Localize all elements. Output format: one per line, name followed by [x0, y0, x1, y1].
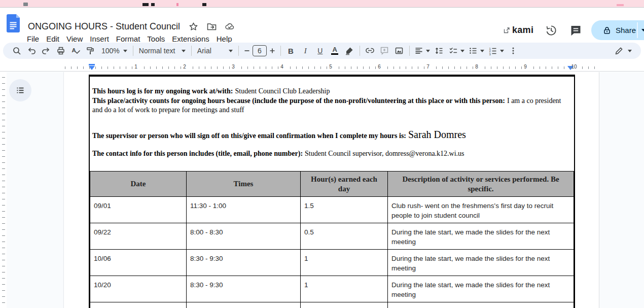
paint-format-button[interactable]	[83, 44, 97, 57]
link-icon	[365, 46, 375, 55]
underline-button[interactable]: U	[313, 44, 328, 57]
share-button[interactable]: Share	[591, 20, 644, 40]
align-button[interactable]	[412, 44, 432, 57]
cell-hours[interactable]: 1.5	[301, 197, 388, 223]
decrease-font-size-button[interactable]	[241, 44, 253, 57]
paragraph-style-select[interactable]: Normal text	[136, 44, 189, 57]
line-spacing-button[interactable]	[432, 44, 447, 57]
chevron-down-icon[interactable]	[641, 29, 644, 31]
hours-log-line[interactable]: This hours log is for my ongoing work at…	[92, 87, 571, 96]
bulleted-list-button[interactable]	[467, 44, 486, 57]
cell-date[interactable]	[90, 302, 187, 308]
cell-hours[interactable]: 1	[301, 276, 388, 302]
cell-description[interactable]: During the late start, we made the slide…	[388, 276, 574, 302]
purpose-line[interactable]: This place/activity counts for ongoing h…	[92, 96, 571, 115]
cell-description[interactable]: During the late start, we made the slide…	[388, 250, 574, 276]
undo-icon	[27, 46, 36, 55]
browser-artifact	[202, 3, 206, 6]
ruler-number: 6	[378, 64, 381, 70]
editing-mode-button[interactable]	[612, 44, 635, 57]
highlight-color-button[interactable]	[342, 44, 357, 57]
zoom-select[interactable]: 100%	[98, 44, 130, 57]
svg-text:3: 3	[489, 53, 491, 56]
print-button[interactable]	[53, 44, 68, 57]
ruler-tick	[497, 66, 497, 69]
ruler-tick	[2, 260, 5, 260]
insert-link-button[interactable]	[363, 44, 377, 57]
first-line-indent-marker[interactable]	[89, 64, 95, 66]
header-description[interactable]: Description of activity or services perf…	[388, 172, 574, 197]
cell-description[interactable]: During the late start, we made the slide…	[388, 223, 574, 250]
cell-date[interactable]: 09/01	[90, 197, 187, 223]
show-document-outline-button[interactable]	[9, 79, 31, 101]
document-text[interactable]: This hours log is for my ongoing work at…	[90, 77, 574, 158]
move-folder-icon[interactable]	[207, 22, 217, 31]
ruler-tick	[320, 66, 321, 69]
ruler-tick	[2, 211, 5, 212]
cell-date[interactable]: 09/22	[90, 223, 187, 250]
cell-date[interactable]: 10/06	[90, 250, 187, 276]
chevron-down-icon	[182, 50, 186, 52]
ruler-number: 7	[426, 64, 430, 70]
font-size-input[interactable]: 6	[253, 45, 267, 56]
ruler-tick	[181, 66, 181, 69]
ruler-number: 2	[183, 64, 186, 70]
add-comment-button[interactable]	[377, 44, 392, 57]
google-docs-icon[interactable]	[7, 14, 20, 32]
checklist-button[interactable]	[447, 44, 467, 57]
numbered-list-button[interactable]: 123	[486, 44, 506, 57]
cell-times[interactable]: 8:00 - 8:30	[187, 223, 301, 250]
more-options-button[interactable]	[506, 44, 521, 57]
cell-times[interactable]	[187, 302, 301, 308]
cell-times[interactable]: 8:30 - 9:30	[187, 276, 301, 302]
header-date[interactable]: Date	[90, 172, 187, 197]
increase-font-size-button[interactable]	[267, 44, 278, 57]
cell-times[interactable]: 11:30 - 1:00	[187, 197, 301, 223]
document-page[interactable]: This hours log is for my ongoing work at…	[63, 72, 599, 308]
kami-button[interactable]: kami	[504, 25, 533, 36]
cell-description[interactable]	[388, 302, 574, 308]
ruler-tick	[199, 66, 199, 69]
cell-description[interactable]: Club rush- went on the freshmens's first…	[388, 197, 574, 223]
ruler-tick	[485, 66, 485, 69]
text-color-button[interactable]: A	[328, 44, 342, 57]
highlight-icon	[345, 46, 354, 55]
italic-button[interactable]: I	[298, 44, 313, 57]
redo-button[interactable]	[39, 44, 53, 57]
spelling-check-button[interactable]: A	[68, 44, 83, 57]
ruler-tick	[108, 66, 108, 69]
ruler-tick	[2, 114, 5, 114]
document-title[interactable]: ONGOING HOURS - Student Council	[28, 21, 180, 32]
hours-log-value: Student Council Club Leadership	[235, 87, 330, 95]
comments-icon[interactable]	[569, 24, 583, 38]
cell-hours[interactable]: 1	[301, 250, 388, 276]
toolbar-divider	[133, 46, 133, 56]
cell-hours[interactable]	[301, 302, 388, 308]
ruler-tick	[327, 66, 327, 69]
star-icon[interactable]	[189, 22, 198, 31]
cell-date[interactable]: 10/20	[90, 276, 187, 302]
search-menus-button[interactable]	[9, 44, 24, 57]
ruler-number: 9	[524, 64, 527, 70]
header-times[interactable]: Times	[187, 172, 301, 197]
font-select[interactable]: Arial	[194, 44, 236, 57]
insert-image-icon	[395, 46, 404, 55]
insert-image-button[interactable]	[392, 44, 407, 57]
supervisor-line[interactable]: The supervisor or person who will sign o…	[92, 128, 571, 143]
ruler-tick	[2, 187, 5, 187]
header-hours[interactable]: Hour(s) earned each day	[301, 172, 388, 197]
undo-button[interactable]	[24, 44, 39, 57]
table-row: 10/208:30 - 9:301During the late start, …	[90, 276, 574, 302]
ruler-tick	[120, 66, 120, 69]
cell-hours[interactable]: 0.5	[301, 223, 388, 250]
cell-times[interactable]: 8:30 - 9:30	[187, 250, 301, 276]
bold-button[interactable]: B	[283, 44, 298, 57]
ruler-tick	[2, 217, 5, 218]
table-header-row: Date Times Hour(s) earned each day Descr…	[90, 172, 574, 197]
browser-artifact	[617, 4, 624, 6]
svg-text:A: A	[71, 47, 76, 53]
version-history-button[interactable]	[545, 24, 558, 37]
ruler-tick	[2, 156, 5, 157]
cloud-saved-icon[interactable]	[225, 22, 235, 31]
contact-line[interactable]: The contact info for this person include…	[92, 149, 571, 159]
